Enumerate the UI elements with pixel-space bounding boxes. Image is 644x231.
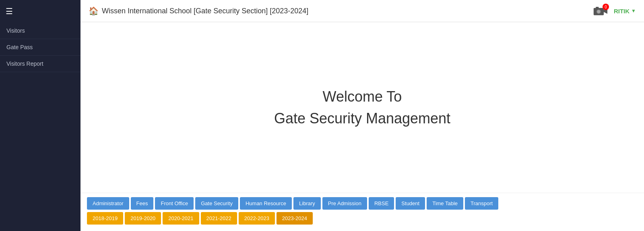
module-btn-student[interactable]: Student	[396, 197, 425, 210]
welcome-text: Welcome To Gate Security Management	[274, 86, 450, 129]
module-btn-front-office[interactable]: Front Office	[155, 197, 194, 210]
topbar-right: 0 RITIK ▼	[593, 5, 636, 17]
year-btn-2019-2020[interactable]: 2019-2020	[125, 212, 161, 225]
module-btn-gate-security[interactable]: Gate Security	[195, 197, 238, 210]
sidebar-item-visitors[interactable]: Visitors	[0, 23, 80, 39]
module-btn-fees[interactable]: Fees	[131, 197, 154, 210]
module-btn-human-resource[interactable]: Human Resource	[240, 197, 292, 210]
sidebar: ☰ VisitorsGate PassVisitors Report	[0, 0, 80, 231]
home-icon: 🏠	[89, 6, 99, 16]
user-menu-button[interactable]: RITIK ▼	[614, 8, 636, 15]
topbar: 🏠 Wissen International School [Gate Secu…	[80, 0, 644, 22]
module-buttons-row: AdministratorFeesFront OfficeGate Securi…	[87, 197, 638, 210]
user-label: RITIK	[614, 8, 630, 15]
page-title: 🏠 Wissen International School [Gate Secu…	[89, 6, 308, 16]
welcome-line1: Welcome To	[274, 86, 450, 108]
camera-button[interactable]: 0	[593, 5, 607, 17]
year-btn-2018-2019[interactable]: 2018-2019	[87, 212, 123, 225]
svg-rect-4	[596, 7, 599, 8]
menu-icon[interactable]: ☰	[0, 0, 80, 23]
main-content: 🏠 Wissen International School [Gate Secu…	[80, 0, 644, 231]
year-btn-2021-2022[interactable]: 2021-2022	[201, 212, 237, 225]
welcome-line2: Gate Security Management	[274, 108, 450, 129]
year-btn-2020-2021[interactable]: 2020-2021	[163, 212, 199, 225]
module-btn-rbse[interactable]: RBSE	[369, 197, 394, 210]
svg-point-2	[597, 10, 600, 13]
school-title: Wissen International School [Gate Securi…	[102, 7, 308, 15]
content-area: Welcome To Gate Security Management Admi…	[80, 22, 644, 231]
caret-icon: ▼	[631, 8, 636, 14]
bottom-bar: AdministratorFeesFront OfficeGate Securi…	[80, 193, 644, 231]
module-btn-time-table[interactable]: Time Table	[427, 197, 463, 210]
camera-badge: 0	[603, 4, 609, 10]
module-btn-pre-admission[interactable]: Pre Admission	[322, 197, 367, 210]
year-btn-2022-2023[interactable]: 2022-2023	[239, 212, 275, 225]
year-buttons-row: 2018-20192019-20202020-20212021-20222022…	[87, 212, 638, 225]
welcome-section: Welcome To Gate Security Management	[80, 22, 644, 193]
module-btn-transport[interactable]: Transport	[465, 197, 498, 210]
module-btn-administrator[interactable]: Administrator	[87, 197, 129, 210]
year-btn-2023-2024[interactable]: 2023-2024	[277, 212, 313, 225]
module-btn-library[interactable]: Library	[293, 197, 321, 210]
sidebar-item-visitors-report[interactable]: Visitors Report	[0, 56, 80, 72]
sidebar-item-gate-pass[interactable]: Gate Pass	[0, 39, 80, 56]
